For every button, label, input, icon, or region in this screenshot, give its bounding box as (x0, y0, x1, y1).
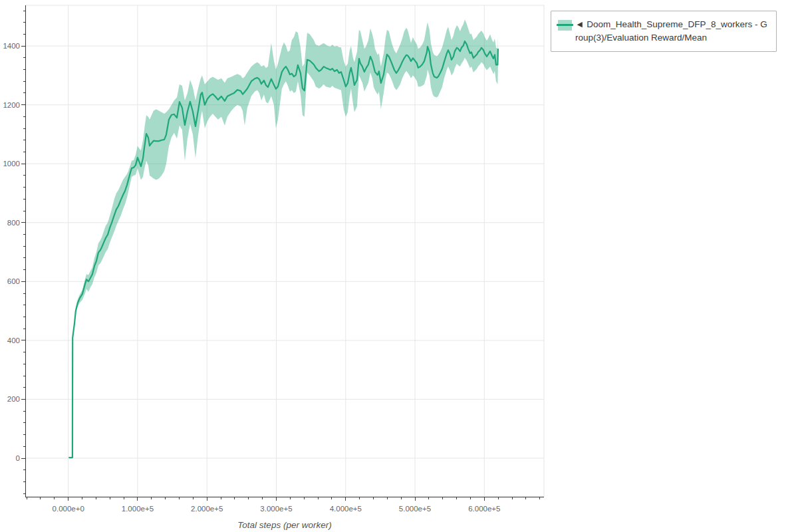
legend-marker-icon: ◄ (575, 19, 584, 29)
svg-text:0.000e+0: 0.000e+0 (53, 505, 84, 513)
svg-text:800: 800 (7, 219, 20, 227)
series-line (69, 41, 498, 458)
chart-window: 0.000e+01.000e+52.000e+53.000e+54.000e+5… (0, 0, 798, 532)
legend-label-text: Doom_Health_Supreme_DFP_8_workers - Grou… (575, 19, 767, 43)
svg-text:400: 400 (7, 336, 20, 344)
svg-text:1200: 1200 (3, 101, 20, 109)
chart-canvas[interactable]: 0.000e+01.000e+52.000e+53.000e+54.000e+5… (0, 0, 798, 532)
x-tick-labels: 0.000e+01.000e+52.000e+53.000e+54.000e+5… (53, 505, 501, 513)
svg-text:1.000e+5: 1.000e+5 (122, 505, 154, 513)
series-band (69, 19, 498, 458)
legend[interactable]: ◄ Doom_Health_Supreme_DFP_8_workers - Gr… (551, 11, 777, 52)
svg-text:5.000e+5: 5.000e+5 (399, 505, 431, 513)
svg-text:1400: 1400 (3, 42, 20, 50)
y-tick-labels: 0200400600800100012001400 (3, 42, 20, 462)
svg-text:6.000e+5: 6.000e+5 (468, 505, 500, 513)
svg-text:3.000e+5: 3.000e+5 (260, 505, 292, 513)
legend-band-swatch (558, 20, 572, 31)
legend-line-swatch (557, 24, 573, 26)
svg-text:0: 0 (16, 454, 20, 462)
x-axis-title: Total steps (per worker) (237, 520, 331, 530)
legend-item[interactable]: ◄ Doom_Health_Supreme_DFP_8_workers - Gr… (558, 18, 769, 45)
svg-text:1000: 1000 (3, 160, 20, 168)
svg-text:200: 200 (7, 395, 20, 403)
legend-series-label: ◄ Doom_Health_Supreme_DFP_8_workers - Gr… (575, 18, 769, 45)
svg-text:4.000e+5: 4.000e+5 (330, 505, 362, 513)
svg-text:2.000e+5: 2.000e+5 (191, 505, 223, 513)
svg-text:600: 600 (7, 277, 20, 285)
